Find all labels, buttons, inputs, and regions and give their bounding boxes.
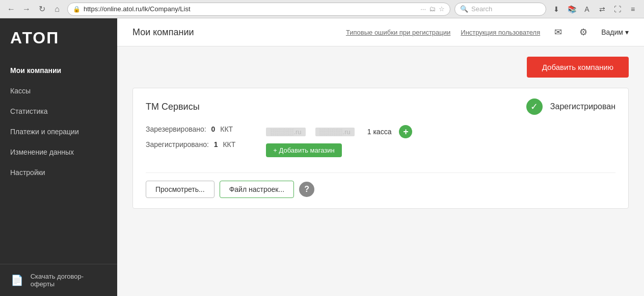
settings-icon[interactable]: ⚙ [576, 24, 591, 40]
back-button[interactable]: ← [5, 3, 17, 15]
sidebar-item-statistics[interactable]: Статистика [0, 101, 117, 121]
sidebar: АТОП Мои компании Кассы Статистика Плате… [0, 18, 117, 296]
reserved-label: Зарезервировано: [146, 125, 206, 133]
stat-registered: Зарегистрировано: 1 ККТ [146, 140, 235, 149]
user-manual-link[interactable]: Инструкция пользователя [461, 29, 540, 36]
company-header: ТМ Сервисы ✓ Зарегистрирован [146, 98, 615, 115]
url-text: https://online.atol.ru/lk/Company/List [84, 5, 417, 13]
stats-column: Зарезервировано: 0 ККТ Зарегистрировано:… [146, 125, 235, 157]
fullscreen-icon[interactable]: ⛶ [611, 3, 624, 15]
shop-row: ░░░░░.ru ░░░░░.ru 1 касса + [266, 125, 412, 138]
sidebar-nav: Мои компании Кассы Статистика Платежи и … [0, 60, 117, 264]
header-links: Типовые ошибки при регистрации Инструкци… [346, 24, 629, 40]
reserved-value: 0 [211, 125, 216, 133]
sidebar-logo: АТОП [0, 18, 117, 60]
add-company-button[interactable]: Добавить компанию [527, 57, 629, 78]
main-content: Мои компании Типовые ошибки при регистра… [117, 18, 644, 296]
chevron-down-icon: ▾ [625, 28, 629, 36]
search-placeholder: Search [471, 5, 492, 13]
download-icon[interactable]: ⬇ [550, 3, 562, 15]
search-icon: 🔍 [460, 5, 468, 13]
sidebar-footer-text: Скачать договор-оферты [31, 273, 107, 288]
company-actions: Просмотреть... Файл настроек... ? [146, 172, 615, 198]
user-menu[interactable]: Вадим ▾ [601, 28, 629, 36]
address-bar[interactable]: 🔒 https://online.atol.ru/lk/Company/List… [67, 3, 450, 16]
settings-file-button[interactable]: Файл настроек... [220, 181, 294, 198]
library-icon[interactable]: 📚 [566, 3, 578, 15]
registered-unit: ККТ [223, 140, 235, 149]
company-name: ТМ Сервисы [146, 102, 519, 112]
shop-url-2: ░░░░░.ru [315, 128, 355, 136]
add-company-row: Добавить компанию [132, 57, 629, 78]
browser-nav: ← → ↻ ⌂ [5, 3, 63, 15]
forward-button[interactable]: → [20, 3, 33, 15]
shop-url-1: ░░░░░.ru [266, 128, 305, 136]
logo-text: АТОП [10, 29, 59, 47]
sidebar-footer-download[interactable]: 📄 Скачать договор-оферты [0, 264, 117, 296]
sidebar-item-my-companies[interactable]: Мои компании [0, 60, 117, 81]
add-shop-button[interactable]: + Добавить магазин [266, 143, 341, 157]
refresh-button[interactable]: ↻ [36, 3, 48, 15]
registered-label: Зарегистрировано: [146, 140, 209, 149]
add-kassa-button[interactable]: + [399, 125, 412, 138]
download-contract-icon: 📄 [10, 273, 24, 287]
registered-value: 1 [214, 140, 218, 149]
shops-column: ░░░░░.ru ░░░░░.ru 1 касса + + Добавить м… [266, 125, 412, 157]
sidebar-item-settings[interactable]: Настройки [0, 162, 117, 183]
sidebar-item-payments[interactable]: Платежи и операции [0, 121, 117, 142]
pocket-icon: 🗂 [429, 5, 436, 13]
stat-reserved: Зарезервировано: 0 ККТ [146, 125, 235, 133]
page-title: Мои компании [132, 27, 336, 38]
kassa-count: 1 касса [367, 128, 392, 136]
status-check-icon: ✓ [526, 98, 543, 115]
browser-chrome: ← → ↻ ⌂ 🔒 https://online.atol.ru/lk/Comp… [0, 0, 644, 18]
lock-icon: 🔒 [73, 6, 81, 13]
typical-errors-link[interactable]: Типовые ошибки при регистрации [346, 29, 450, 36]
menu-icon[interactable]: ≡ [627, 3, 639, 15]
sync-icon[interactable]: ⇄ [596, 3, 608, 15]
star-icon: ☆ [439, 5, 445, 13]
reserved-unit: ККТ [220, 125, 233, 133]
user-name: Вадим [601, 28, 623, 36]
help-button[interactable]: ? [299, 182, 314, 197]
sidebar-item-change-data[interactable]: Изменение данных [0, 142, 117, 162]
addon-icon[interactable]: A [581, 3, 593, 15]
more-icon: ··· [420, 5, 426, 13]
view-button[interactable]: Просмотреть... [146, 181, 214, 198]
company-status: Зарегистрирован [550, 102, 615, 111]
company-card: ТМ Сервисы ✓ Зарегистрирован Зарезервиро… [132, 88, 629, 209]
mail-icon[interactable]: ✉ [550, 24, 566, 40]
home-button[interactable]: ⌂ [51, 3, 63, 15]
top-header: Мои компании Типовые ошибки при регистра… [117, 18, 644, 46]
browser-actions: ⬇ 📚 A ⇄ ⛶ ≡ [550, 3, 639, 15]
content-area: Добавить компанию ТМ Сервисы ✓ Зарегистр… [117, 46, 644, 219]
sidebar-item-kassas[interactable]: Кассы [0, 81, 117, 101]
add-shop-row: + Добавить магазин [266, 143, 412, 157]
search-bar[interactable]: 🔍 Search [454, 3, 546, 16]
app-container: АТОП Мои компании Кассы Статистика Плате… [0, 18, 644, 296]
